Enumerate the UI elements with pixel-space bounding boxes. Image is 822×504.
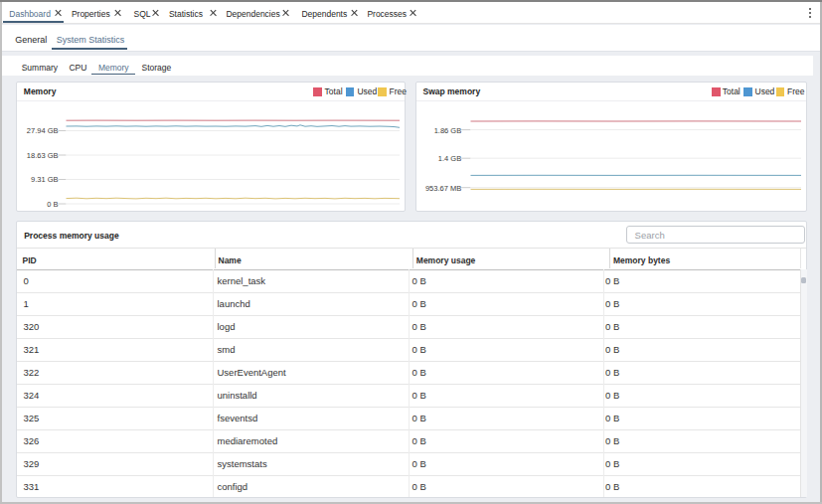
- svg-text:27.94 GB: 27.94 GB: [27, 126, 59, 135]
- svg-text:1.86 GB: 1.86 GB: [434, 126, 462, 135]
- svg-text:1.4 GB: 1.4 GB: [438, 154, 461, 163]
- svg-text:0 B: 0 B: [47, 200, 58, 209]
- svg-text:18.63 GB: 18.63 GB: [27, 151, 59, 160]
- svg-text:953.67 MB: 953.67 MB: [425, 184, 461, 193]
- svg-text:9.31 GB: 9.31 GB: [31, 175, 59, 184]
